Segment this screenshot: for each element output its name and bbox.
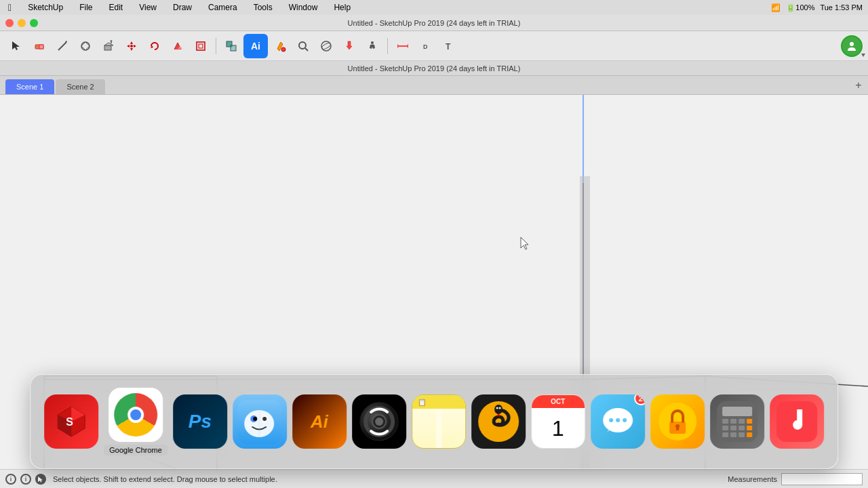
component-button[interactable]	[220, 35, 242, 57]
window-close-button[interactable]	[5, 19, 14, 27]
followme-tool-button[interactable]	[167, 35, 189, 57]
line-tool-button[interactable]	[52, 35, 73, 57]
svg-point-93	[623, 418, 627, 422]
eraser-tool-button[interactable]	[28, 35, 50, 57]
svg-point-84	[494, 405, 502, 414]
svg-marker-10	[110, 40, 113, 41]
svg-marker-65	[521, 237, 528, 249]
messages-dock-icon: 2	[591, 394, 645, 449]
sub-window-title: Untitled - SketchUp Pro 2019 (24 days le…	[348, 64, 521, 73]
menu-sketchup[interactable]: SketchUp	[25, 3, 66, 12]
svg-rect-104	[722, 426, 728, 430]
svg-rect-101	[730, 419, 736, 424]
svg-point-23	[299, 42, 306, 49]
dock: S Google Chrome Ps	[30, 374, 838, 469]
measurements-label: Measurements	[728, 475, 777, 483]
svg-marker-8	[104, 43, 113, 45]
svg-rect-110	[738, 432, 745, 437]
menu-edit[interactable]: Edit	[106, 3, 126, 12]
apple-menu[interactable]: 	[5, 2, 14, 13]
dock-item-chrome[interactable]: Google Chrome	[104, 388, 167, 455]
rotate-tool-button[interactable]	[144, 35, 165, 57]
ai-extension-button[interactable]: Ai	[243, 34, 268, 58]
wifi-icon: 📶	[771, 3, 781, 12]
status-icons: i i	[5, 474, 46, 485]
dock-item-obs[interactable]	[352, 394, 406, 449]
text-tool-button[interactable]: T	[438, 35, 460, 57]
dock-item-norton[interactable]	[471, 394, 526, 449]
menu-bar-left:  SketchUp File Edit View Draw Camera To…	[5, 2, 353, 13]
dock-item-music[interactable]	[770, 394, 824, 449]
paintbucket-tool-button[interactable]	[269, 35, 291, 57]
status-icon-cursor	[35, 474, 46, 485]
calendar-month: OCT	[532, 395, 585, 408]
menu-file[interactable]: File	[77, 3, 95, 12]
dock-item-messages[interactable]: 2	[591, 394, 645, 449]
finder-dock-icon	[233, 394, 287, 449]
dock-item-notes[interactable]: 📋	[412, 394, 466, 449]
move-tool-button[interactable]	[121, 35, 142, 57]
menu-camera[interactable]: Camera	[205, 3, 240, 12]
window-minimize-button[interactable]	[18, 19, 26, 27]
dock-item-illustrator[interactable]: Ai	[292, 394, 347, 449]
calendar-day: 1	[552, 418, 564, 439]
window-titlebar: Untitled - SketchUp Pro 2019 (24 days le…	[0, 15, 868, 31]
orbit-tool-button[interactable]	[315, 35, 337, 57]
walk-tool-button[interactable]	[361, 35, 383, 57]
scene-add-button[interactable]: +	[852, 79, 865, 92]
svg-point-22	[281, 47, 285, 52]
window-controls	[5, 19, 38, 27]
section-cut-button[interactable]	[392, 35, 414, 57]
shape-tool-button[interactable]	[75, 35, 96, 57]
pushpull-tool-button[interactable]	[98, 35, 119, 57]
svg-rect-111	[747, 432, 752, 437]
menu-draw[interactable]: Draw	[170, 3, 195, 12]
keychain-dock-icon	[650, 394, 705, 449]
status-icon-info-1[interactable]: i	[5, 474, 16, 485]
menu-help[interactable]: Help	[331, 3, 353, 12]
menu-window[interactable]: Window	[286, 3, 321, 12]
svg-line-24	[305, 48, 308, 51]
svg-marker-66	[38, 476, 43, 483]
dock-item-photoshop[interactable]: Ps	[173, 394, 227, 449]
svg-point-82	[375, 418, 383, 426]
dock-item-keychain[interactable]	[650, 394, 705, 449]
window-maximize-button[interactable]	[30, 19, 38, 27]
svg-rect-99	[722, 407, 752, 416]
svg-rect-28	[398, 45, 408, 47]
dock-item-calculator[interactable]	[710, 394, 764, 449]
svg-point-85	[496, 407, 498, 409]
svg-rect-1	[39, 45, 43, 49]
chrome-dock-label: Google Chrome	[104, 445, 167, 455]
obs-dock-icon	[352, 394, 406, 449]
dock-item-finder[interactable]	[233, 394, 287, 449]
notes-dock-icon: 📋	[412, 394, 466, 449]
menu-tools[interactable]: Tools	[251, 3, 275, 12]
status-message: Select objects. Shift to extend select. …	[53, 475, 277, 483]
user-avatar[interactable]	[841, 35, 863, 57]
svg-point-92	[616, 418, 620, 422]
pan-tool-button[interactable]	[338, 35, 360, 57]
dock-item-sketchup[interactable]: S	[44, 394, 98, 449]
statusbar: i i Select objects. Shift to extend sele…	[0, 469, 868, 488]
dock-item-calendar[interactable]: OCT 1	[531, 394, 585, 449]
svg-point-76	[262, 417, 267, 421]
select-tool-button[interactable]	[5, 35, 27, 57]
offset-tool-button[interactable]	[190, 35, 212, 57]
svg-rect-103	[747, 419, 752, 424]
status-icon-info-2[interactable]: i	[20, 474, 31, 485]
photoshop-dock-icon: Ps	[173, 394, 227, 449]
svg-rect-18	[197, 42, 205, 50]
measurements-input[interactable]	[781, 473, 863, 485]
menu-view[interactable]: View	[136, 3, 159, 12]
svg-line-2	[58, 42, 66, 50]
svg-marker-11	[130, 41, 133, 44]
toolbar-right-area	[841, 35, 863, 57]
svg-point-91	[609, 418, 613, 422]
scene-tab-2[interactable]: Scene 2	[56, 79, 104, 94]
chrome-dock-icon	[108, 388, 163, 442]
zoom-tool-button[interactable]	[292, 35, 314, 57]
scene-tab-1[interactable]: Scene 1	[5, 79, 54, 94]
window-title: Untitled - SketchUp Pro 2019 (24 days le…	[348, 19, 521, 27]
dimensions-button[interactable]: D	[415, 35, 437, 57]
